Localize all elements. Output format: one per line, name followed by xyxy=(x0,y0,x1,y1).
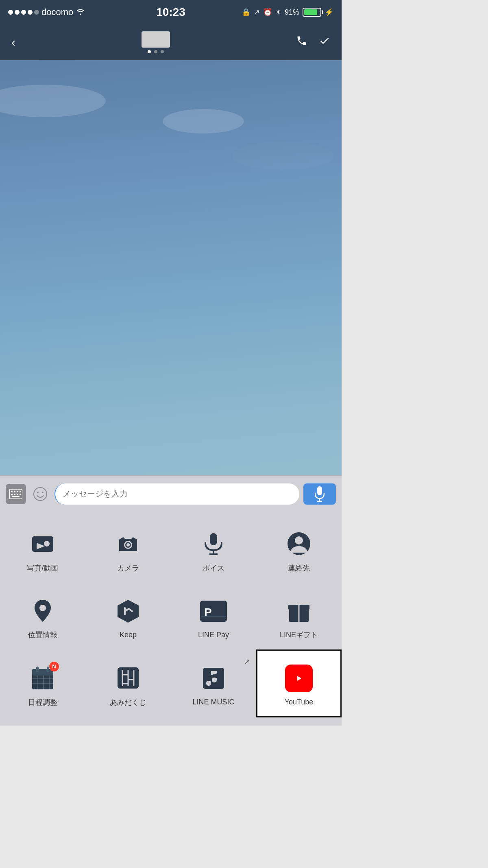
music-icon xyxy=(198,663,229,694)
svg-rect-3 xyxy=(17,491,18,492)
svg-rect-5 xyxy=(11,494,13,495)
voice-label: ボイス xyxy=(203,563,224,573)
wifi-icon xyxy=(76,8,85,17)
gift-icon xyxy=(283,595,314,626)
svg-marker-28 xyxy=(118,600,139,623)
nav-bar: ‹ xyxy=(0,24,342,60)
app-item-camera[interactable]: カメラ xyxy=(85,516,171,583)
svg-point-21 xyxy=(126,543,130,547)
youtube-icon xyxy=(283,663,314,694)
camera-label: カメラ xyxy=(117,563,139,573)
schedule-label: 日程調整 xyxy=(28,697,57,707)
emoji-button[interactable] xyxy=(30,484,50,504)
calendar-icon: N xyxy=(27,662,58,693)
location-label: 位置情報 xyxy=(28,630,57,640)
contact-icon xyxy=(283,528,314,559)
page-dot-1 xyxy=(148,50,151,53)
profile-thumbnail xyxy=(142,31,170,48)
svg-point-26 xyxy=(295,536,303,544)
location-icon xyxy=(27,595,58,626)
battery-indicator xyxy=(303,8,321,17)
photo-video-label: 写真/動画 xyxy=(27,563,58,573)
page-indicators xyxy=(148,50,164,53)
app-item-linegift[interactable]: LINEギフト xyxy=(256,583,342,649)
svg-point-27 xyxy=(39,605,46,611)
message-input[interactable] xyxy=(54,483,299,505)
chat-area xyxy=(0,60,342,475)
youtube-label: YouTube xyxy=(285,698,314,706)
status-bar: docomo 10:23 🔒 ↗ ⏰ ✴ 91% ⚡ xyxy=(0,0,342,24)
svg-rect-8 xyxy=(20,494,21,495)
bluetooth-icon: ✴ xyxy=(275,8,281,17)
voice-input-button[interactable] xyxy=(303,483,336,505)
signal-dot-1 xyxy=(8,10,13,15)
app-item-keep[interactable]: Keep xyxy=(85,583,171,649)
svg-rect-9 xyxy=(12,496,20,497)
photo-video-icon xyxy=(27,528,58,559)
page-dot-3 xyxy=(161,50,164,53)
bottom-panel: 写真/動画 カメラ ボイス xyxy=(0,512,342,726)
location-arrow-icon: ↗ xyxy=(254,8,260,17)
camera-icon xyxy=(113,528,144,559)
contact-label: 連絡先 xyxy=(288,563,310,573)
nav-center xyxy=(142,31,170,53)
app-item-youtube[interactable]: YouTube xyxy=(256,649,342,717)
input-bar xyxy=(0,475,342,512)
status-left: docomo xyxy=(8,7,85,17)
svg-text:P: P xyxy=(204,606,212,619)
voice-icon xyxy=(198,528,229,559)
svg-point-11 xyxy=(37,492,39,493)
svg-point-12 xyxy=(42,492,44,493)
external-link-icon: ↗ xyxy=(244,657,251,667)
svg-point-18 xyxy=(44,541,50,547)
carrier-name: docomo xyxy=(41,7,73,17)
svg-rect-4 xyxy=(20,491,21,492)
svg-rect-22 xyxy=(210,533,217,545)
app-grid: 写真/動画 カメラ ボイス xyxy=(0,516,342,717)
keep-label: Keep xyxy=(120,631,137,639)
phone-icon[interactable] xyxy=(296,35,307,49)
app-item-linemusic[interactable]: ↗ LINE MUSIC xyxy=(171,649,256,717)
status-right: 🔒 ↗ ⏰ ✴ 91% ⚡ xyxy=(242,8,333,17)
app-item-linepay[interactable]: P LINE Pay xyxy=(171,583,256,649)
svg-rect-6 xyxy=(14,494,15,495)
linepay-icon-wrap: P xyxy=(198,596,229,627)
app-item-amidakuji[interactable]: あみだくじ xyxy=(85,649,171,717)
svg-rect-16 xyxy=(32,536,53,552)
linemusic-label: LINE MUSIC xyxy=(192,698,234,706)
keep-icon-wrap xyxy=(113,596,144,627)
svg-rect-2 xyxy=(14,491,15,492)
app-item-photo-video[interactable]: 写真/動画 xyxy=(0,516,85,583)
alarm-icon: ⏰ xyxy=(263,8,272,17)
status-time: 10:23 xyxy=(156,6,185,19)
amidakuji-icon xyxy=(113,662,144,693)
linepay-label: LINE Pay xyxy=(198,631,229,639)
back-button[interactable]: ‹ xyxy=(11,35,15,49)
app-item-voice[interactable]: ボイス xyxy=(171,516,256,583)
amidakuji-label: あみだくじ xyxy=(110,697,146,707)
keyboard-button[interactable] xyxy=(6,484,26,504)
svg-rect-7 xyxy=(17,494,18,495)
svg-rect-38 xyxy=(47,667,49,672)
charging-icon: ⚡ xyxy=(325,8,333,17)
svg-rect-13 xyxy=(317,486,322,495)
page-dot-2 xyxy=(154,50,157,53)
nav-right-icons xyxy=(296,35,330,49)
signal-strength xyxy=(8,10,39,15)
app-item-schedule[interactable]: N 日程調整 xyxy=(0,649,85,717)
svg-rect-1 xyxy=(11,491,13,492)
battery-percent: 91% xyxy=(285,8,299,17)
signal-dot-2 xyxy=(15,10,20,15)
svg-rect-37 xyxy=(36,667,39,672)
app-item-location[interactable]: 位置情報 xyxy=(0,583,85,649)
signal-dot-3 xyxy=(21,10,26,15)
svg-point-10 xyxy=(34,488,47,501)
lock-icon: 🔒 xyxy=(242,8,251,17)
signal-dot-5 xyxy=(34,10,39,15)
app-item-contact[interactable]: 連絡先 xyxy=(256,516,342,583)
schedule-badge: N xyxy=(49,662,59,671)
linegift-label: LINEギフト xyxy=(280,630,318,640)
signal-dot-4 xyxy=(28,10,33,15)
checkmark-icon[interactable] xyxy=(319,35,330,49)
